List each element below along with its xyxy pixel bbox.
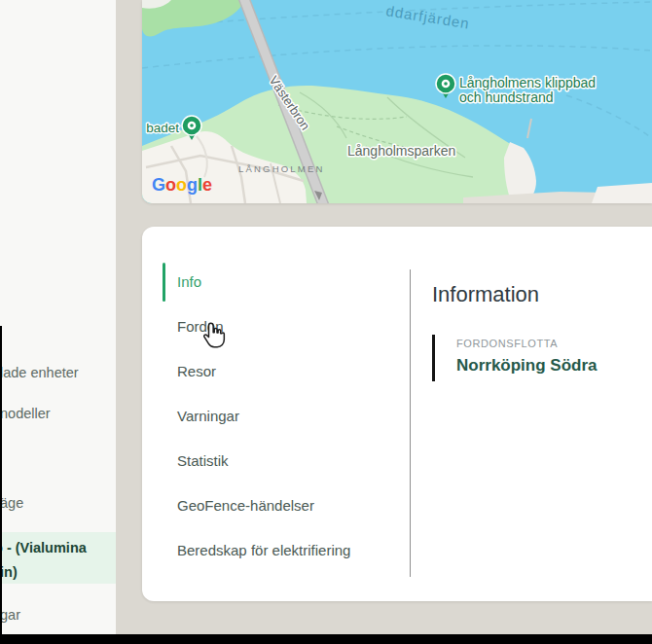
info-panel: Information FORDONSFLOTTA Norrköping Söd… bbox=[432, 282, 598, 381]
detail-tabs: Info Fordon Resor Varningar Statistik Ge… bbox=[177, 272, 350, 586]
park-name-label: Långholmsparken bbox=[347, 143, 455, 159]
tab-varningar[interactable]: Varningar bbox=[177, 407, 350, 426]
sidebar-selected-line1: o - (Vialumina bbox=[0, 536, 116, 560]
sidebar-selected-line2: in) bbox=[0, 560, 116, 585]
tab-fordon[interactable]: Fordon bbox=[177, 317, 350, 337]
letterbox-left-edge bbox=[0, 326, 2, 644]
tab-statistik[interactable]: Statistik bbox=[177, 451, 350, 471]
poi-klippbad-label-line1: Långholmens klippbad bbox=[459, 75, 596, 90]
google-logo[interactable]: Google bbox=[152, 175, 212, 195]
tab-geofence-handelser[interactable]: GeoFence-händelser bbox=[177, 496, 350, 516]
tab-beredskap-elektrifiering[interactable]: Beredskap för elektrifiering bbox=[177, 541, 350, 560]
tab-info[interactable]: Info bbox=[177, 272, 350, 292]
fleet-field-value: Norrköping Södra bbox=[456, 356, 598, 376]
sidebar-item-modeller[interactable]: nodeller bbox=[0, 406, 51, 421]
fleet-field-label: FORDONSFLOTTA bbox=[456, 338, 598, 349]
info-panel-title: Information bbox=[432, 282, 598, 307]
tab-resor[interactable]: Resor bbox=[177, 362, 350, 381]
poi-badet-label: badet bbox=[146, 121, 179, 135]
sidebar-item-enheter[interactable]: lade enheter bbox=[0, 365, 79, 380]
vehicle-fleet-detail-card: Info Fordon Resor Varningar Statistik Ge… bbox=[142, 227, 652, 601]
map-panel[interactable]: ddarfjärden Västerbron Långholmsparken L… bbox=[142, 0, 652, 203]
app-sidebar: lade enheter nodeller äge o - (Vialumina… bbox=[0, 0, 116, 634]
poi-klippbad-label-line2: och hundstrand bbox=[459, 89, 554, 105]
island-name-label: LÅNGHOLMEN bbox=[238, 163, 325, 174]
sidebar-item-selected-vialumina[interactable]: o - (Vialumina in) bbox=[0, 532, 116, 584]
letterbox-bottom-bar bbox=[0, 634, 652, 644]
fleet-info-block: FORDONSFLOTTA Norrköping Södra bbox=[432, 335, 598, 381]
sidebar-item-gar[interactable]: gar bbox=[0, 607, 20, 623]
vertical-divider bbox=[410, 269, 411, 577]
google-map[interactable]: ddarfjärden Västerbron Långholmsparken L… bbox=[142, 0, 652, 203]
sidebar-item-lage[interactable]: äge bbox=[0, 495, 23, 511]
